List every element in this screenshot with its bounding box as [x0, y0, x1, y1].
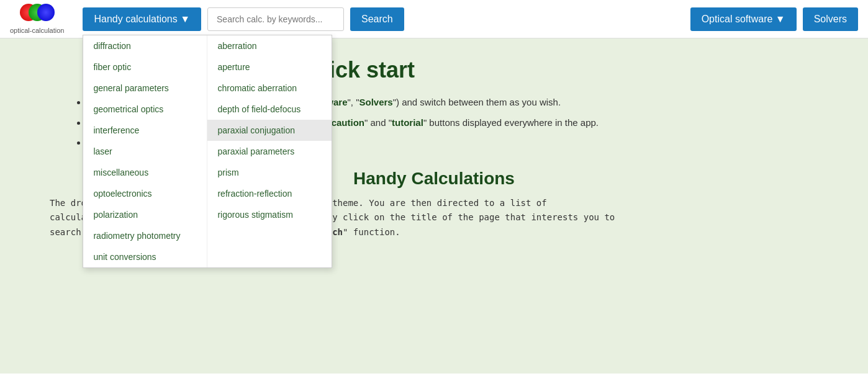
list-item[interactable]: paraxial conjugation — [207, 120, 332, 141]
list-item[interactable]: fiber optic — [83, 56, 207, 78]
list-item[interactable]: refraction-reflection — [207, 183, 332, 204]
logo-area[interactable]: optical-calculation — [10, 4, 64, 34]
list-item[interactable]: depth of field-defocus — [207, 99, 332, 120]
list-item[interactable]: unit conversions — [83, 246, 207, 267]
dropdown-col2: aberrationaperturechromatic aberrationde… — [207, 35, 332, 267]
list-item[interactable]: geometrical optics — [83, 99, 207, 120]
list-item[interactable]: aperture — [207, 56, 332, 78]
list-item[interactable]: chromatic aberration — [207, 78, 332, 99]
list-item[interactable]: interference — [83, 120, 207, 141]
header: optical-calculation Handy calculations ▼… — [0, 0, 868, 38]
handy-calc-dropdown-wrapper[interactable]: Handy calculations ▼ diffractionfiber op… — [83, 7, 201, 31]
optical-software-button[interactable]: Optical software ▼ — [690, 7, 797, 31]
solvers-button[interactable]: Solvers — [803, 7, 858, 31]
list-item[interactable]: diffraction — [83, 35, 207, 56]
search-input[interactable] — [207, 7, 344, 31]
handy-calc-menu: diffractionfiber opticgeneral parameters… — [83, 35, 332, 268]
quick-start-title: Quick start — [298, 57, 818, 83]
list-item[interactable]: optoelectronics — [83, 183, 207, 204]
list-item[interactable]: polarization — [83, 204, 207, 225]
logo-icon — [20, 4, 54, 25]
list-item[interactable]: miscellaneous — [83, 162, 207, 183]
list-item[interactable]: radiometry photometry — [83, 225, 207, 246]
logo-text: optical-calculation — [10, 27, 64, 34]
list-item[interactable]: laser — [83, 141, 207, 162]
handy-calc-button[interactable]: Handy calculations ▼ — [83, 7, 201, 31]
list-item[interactable]: aberration — [207, 35, 332, 56]
list-item[interactable]: prism — [207, 162, 332, 183]
search-button[interactable]: Search — [350, 7, 404, 31]
dropdown-col1: diffractionfiber opticgeneral parameters… — [83, 35, 207, 267]
list-item[interactable]: general parameters — [83, 78, 207, 99]
list-item[interactable]: paraxial parameters — [207, 141, 332, 162]
list-item[interactable]: rigorous stigmatism — [207, 204, 332, 225]
